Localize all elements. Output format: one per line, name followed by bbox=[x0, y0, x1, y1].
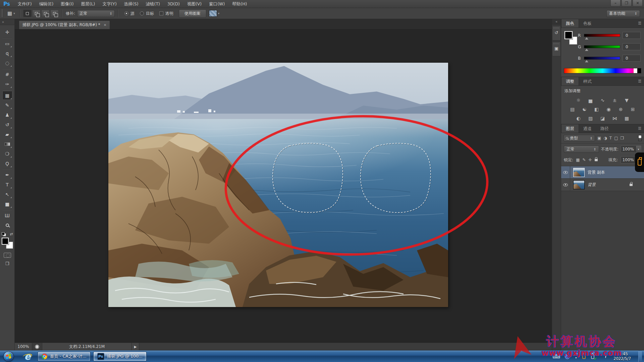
rectangular-marquee-tool[interactable]: ▭ bbox=[2, 39, 12, 48]
tool-preset-button[interactable]: ▦ ▾ bbox=[6, 10, 17, 17]
quick-mask-button[interactable] bbox=[4, 253, 11, 258]
menu-window[interactable]: 窗口(W) bbox=[205, 0, 228, 8]
brush-tool[interactable]: ✎ bbox=[2, 101, 12, 110]
filter-type-select[interactable]: 类型 ⇕ bbox=[564, 135, 595, 141]
panel-menu-icon[interactable]: ☰ bbox=[635, 19, 644, 27]
use-pattern-button[interactable]: 使用图案 bbox=[179, 9, 206, 18]
transparent-checkbox[interactable] bbox=[159, 11, 163, 15]
path-selection-tool[interactable]: ↖ bbox=[2, 190, 12, 199]
lock-image-pixels-icon[interactable]: ✎ bbox=[582, 158, 586, 162]
layer-row-background[interactable]: 背景 bbox=[561, 179, 644, 191]
black-white-icon[interactable]: ◧ bbox=[592, 106, 601, 113]
type-tool[interactable]: T bbox=[2, 180, 12, 189]
filter-image-icon[interactable]: ▣ bbox=[597, 136, 601, 140]
zoom-tool[interactable] bbox=[2, 221, 12, 230]
input-method-icon[interactable]: ⌨ bbox=[552, 353, 560, 360]
menu-type[interactable]: 文字(Y) bbox=[99, 0, 120, 8]
posterize-icon[interactable]: ▨ bbox=[586, 115, 595, 122]
channel-mixer-icon[interactable]: ⊛ bbox=[616, 106, 625, 113]
zoom-level[interactable]: 100% bbox=[15, 343, 32, 350]
invert-icon[interactable]: ◐ bbox=[574, 115, 583, 122]
menu-select[interactable]: 选择(S) bbox=[120, 0, 142, 8]
taskbar-clock[interactable]: 14:45 2022/5/7 bbox=[613, 352, 631, 361]
menu-view[interactable]: 视图(V) bbox=[183, 0, 205, 8]
move-tool[interactable]: ✛ bbox=[2, 27, 12, 37]
selection-intersect-button[interactable] bbox=[50, 10, 59, 17]
red-value-field[interactable]: 0 bbox=[623, 32, 641, 39]
start-button[interactable] bbox=[3, 351, 14, 362]
tab-close-icon[interactable]: ✕ bbox=[104, 23, 106, 27]
dropdown-arrow-icon[interactable]: ▾ bbox=[636, 146, 641, 153]
photoshop-task-button[interactable]: Ps 捕获.JPG @ 100... bbox=[93, 352, 147, 361]
restore-button[interactable]: ❐ bbox=[622, 0, 632, 6]
tab-channels[interactable]: 通道 bbox=[579, 124, 596, 133]
green-value-field[interactable]: 0 bbox=[623, 43, 641, 50]
show-hidden-icons-button[interactable]: ❒ ▾ bbox=[575, 353, 577, 359]
lock-position-icon[interactable]: ✛ bbox=[588, 158, 592, 162]
menu-image[interactable]: 图像(I) bbox=[57, 0, 77, 8]
red-slider[interactable] bbox=[584, 34, 620, 37]
internet-explorer-button[interactable]: e bbox=[19, 351, 36, 362]
lasso-tool[interactable]: ɋ bbox=[2, 49, 12, 58]
menu-edit[interactable]: 编辑(E) bbox=[36, 0, 57, 8]
color-spectrum-ramp[interactable] bbox=[564, 68, 641, 73]
pattern-picker[interactable]: ▾ bbox=[209, 10, 220, 17]
status-menu-arrow-icon[interactable]: ▶ bbox=[132, 343, 139, 350]
gradient-tool[interactable] bbox=[2, 139, 12, 148]
opacity-combo[interactable]: 100% ▾ bbox=[621, 145, 641, 153]
foreground-color-swatch[interactable] bbox=[2, 238, 9, 245]
menu-file[interactable]: 文件(F) bbox=[14, 0, 36, 8]
tab-styles[interactable]: 样式 bbox=[579, 77, 596, 85]
quick-selection-tool[interactable]: ◌ bbox=[2, 58, 12, 67]
threshold-icon[interactable]: ◪ bbox=[598, 115, 607, 122]
selection-new-button[interactable] bbox=[23, 10, 32, 17]
screen-mode-button[interactable]: ❒ bbox=[5, 261, 9, 266]
selection-add-button[interactable] bbox=[32, 10, 41, 17]
lock-all-icon[interactable] bbox=[595, 159, 598, 161]
blue-slider[interactable] bbox=[584, 57, 620, 60]
chrome-task-button[interactable]: 首页 - CA之家-计... bbox=[38, 352, 91, 361]
brightness-contrast-icon[interactable]: ☼ bbox=[574, 97, 583, 104]
selective-color-icon[interactable]: ▩ bbox=[623, 115, 631, 122]
menu-help[interactable]: 帮助(H) bbox=[228, 0, 251, 8]
pen-tool[interactable]: ✒ bbox=[2, 170, 12, 179]
history-panel-button[interactable]: ↺ bbox=[552, 26, 561, 41]
source-radio[interactable] bbox=[124, 11, 128, 15]
curves-icon[interactable]: ∿ bbox=[598, 97, 607, 104]
filter-smart-object-icon[interactable]: ❒ bbox=[621, 136, 624, 140]
selection-subtract-button[interactable] bbox=[41, 10, 50, 17]
filter-type-icon[interactable]: T bbox=[609, 136, 612, 140]
blend-mode-select[interactable]: 正常 ⇕ bbox=[564, 145, 599, 153]
eyedropper-tool[interactable]: ✑ bbox=[2, 79, 12, 88]
dodge-tool[interactable]: Ϙ bbox=[2, 159, 12, 168]
document-info[interactable]: 文档:2.11M/4.21M bbox=[42, 343, 132, 350]
visibility-toggle[interactable] bbox=[561, 179, 570, 191]
vibrance-icon[interactable]: ▼ bbox=[623, 97, 631, 104]
clone-stamp-tool[interactable]: ♟ bbox=[2, 110, 12, 119]
canvas-area[interactable] bbox=[15, 29, 553, 343]
tab-swatches[interactable]: 色板 bbox=[579, 19, 596, 27]
tab-paths[interactable]: 路径 bbox=[596, 124, 613, 133]
document-tab[interactable]: 捕获.JPG @ 100% (背景 副本, RGB/8#) * ✕ bbox=[19, 20, 110, 29]
color-lookup-icon[interactable]: ⊞ bbox=[629, 106, 637, 113]
menu-layer[interactable]: 图层(L) bbox=[77, 0, 99, 8]
panel-menu-icon[interactable]: ☰ bbox=[635, 124, 644, 133]
layer-row-background-copy[interactable]: 背景 副本 bbox=[561, 166, 644, 179]
black-picker[interactable] bbox=[637, 68, 641, 73]
dock-collapse-button[interactable]: « bbox=[552, 19, 561, 24]
toolbar-collapse-button[interactable]: » bbox=[0, 19, 14, 25]
gradient-map-icon[interactable]: ⋈ bbox=[610, 115, 619, 122]
hand-tool[interactable]: Ш bbox=[2, 211, 12, 220]
default-colors-icon[interactable] bbox=[2, 232, 6, 236]
photo-filter-icon[interactable]: ◉ bbox=[604, 106, 613, 113]
eraser-tool[interactable]: ▰ bbox=[2, 130, 12, 139]
panel-menu-icon[interactable]: ☰ bbox=[635, 77, 644, 85]
lock-transparent-pixels-icon[interactable]: ▦ bbox=[576, 158, 580, 162]
visibility-toggle[interactable] bbox=[561, 166, 570, 178]
white-picker[interactable] bbox=[634, 68, 637, 73]
levels-icon[interactable]: ▅ bbox=[586, 97, 595, 104]
show-desktop-button[interactable] bbox=[638, 351, 642, 362]
history-brush-tool[interactable]: ↺ bbox=[2, 120, 12, 129]
shape-tool[interactable]: ■ bbox=[2, 199, 12, 208]
layer-thumbnail[interactable] bbox=[573, 168, 585, 177]
